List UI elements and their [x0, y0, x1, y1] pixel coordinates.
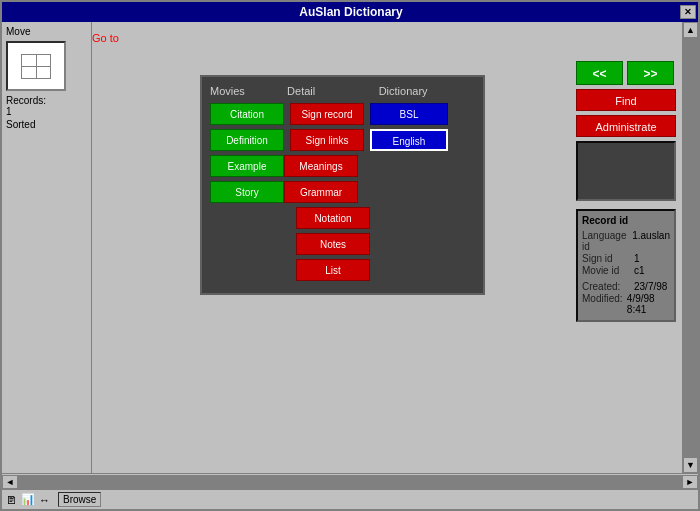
- citation-button[interactable]: Citation: [210, 103, 284, 125]
- story-button[interactable]: Story: [210, 181, 284, 203]
- content-area: Move Records: 1 Sorted Go to Movies: [2, 22, 698, 473]
- browse-mode: Browse: [58, 492, 101, 507]
- nav-inner: [21, 54, 51, 79]
- record-field-modified: Modified: 4/9/98 8:41: [582, 293, 670, 315]
- vertical-scrollbar[interactable]: ▲ ▼: [682, 22, 698, 473]
- left-panel: Move Records: 1 Sorted: [2, 22, 92, 473]
- preview-box: [576, 141, 676, 201]
- dictionary-table: Movies Detail Dictionary Citation Sign r…: [200, 75, 485, 295]
- hscroll-track[interactable]: [18, 475, 682, 489]
- notes-button[interactable]: Notes: [296, 233, 370, 255]
- record-field-sign: Sign id 1: [582, 253, 670, 264]
- movie-label: Movie id: [582, 265, 634, 276]
- bsl-button[interactable]: BSL: [370, 103, 448, 125]
- button-row-4: Story Grammar: [210, 181, 475, 203]
- status-icon-2: 📊: [21, 493, 35, 506]
- created-label: Created:: [582, 281, 634, 292]
- col-dictionary-header: Dictionary: [379, 85, 475, 97]
- lang-label: Language id: [582, 230, 632, 252]
- sorted-label: Sorted: [6, 119, 87, 130]
- right-panel: << >> Find Administrate Record id Langua…: [572, 57, 682, 473]
- grammar-button[interactable]: Grammar: [284, 181, 358, 203]
- sign-label: Sign id: [582, 253, 634, 264]
- record-field-created: Created: 23/7/98: [582, 281, 670, 292]
- english-button[interactable]: English: [370, 129, 448, 151]
- modified-label: Modified:: [582, 293, 627, 315]
- nav-buttons: << >>: [576, 61, 678, 85]
- lang-value: 1.auslan: [632, 230, 670, 252]
- button-row-3: Example Meanings: [210, 155, 475, 177]
- record-id-box: Record id Language id 1.auslan Sign id 1…: [576, 209, 676, 322]
- scroll-left-button[interactable]: ◄: [2, 475, 18, 489]
- button-row-1: Citation Sign record BSL: [210, 103, 475, 125]
- find-button[interactable]: Find: [576, 89, 676, 111]
- scroll-track[interactable]: [683, 38, 698, 457]
- button-row-7: List: [210, 259, 475, 281]
- definition-button[interactable]: Definition: [210, 129, 284, 151]
- button-row-5: Notation: [210, 207, 475, 229]
- prev-button[interactable]: <<: [576, 61, 623, 85]
- modified-value: 4/9/98 8:41: [627, 293, 670, 315]
- col-detail-header: Detail: [287, 85, 379, 97]
- nav-cross-v: [36, 55, 37, 78]
- goto-label: Go to: [92, 32, 119, 44]
- status-icon-3: ↔: [39, 494, 50, 506]
- record-field-movie: Movie id c1: [582, 265, 670, 276]
- horizontal-scrollbar[interactable]: ◄ ►: [2, 473, 698, 489]
- scroll-up-button[interactable]: ▲: [683, 22, 698, 38]
- status-bar: 🖹 📊 ↔ Browse: [2, 489, 698, 509]
- scroll-down-button[interactable]: ▼: [683, 457, 698, 473]
- records-label: Records: 1: [6, 95, 87, 117]
- navigator-box[interactable]: [6, 41, 66, 91]
- move-label: Move: [6, 26, 87, 37]
- sign-value: 1: [634, 253, 640, 264]
- admin-button[interactable]: Administrate: [576, 115, 676, 137]
- window-title: AuSlan Dictionary: [22, 5, 680, 19]
- created-value: 23/7/98: [634, 281, 667, 292]
- button-row-2: Definition Sign links English: [210, 129, 475, 151]
- status-icon-1: 🖹: [6, 494, 17, 506]
- record-id-title: Record id: [582, 215, 670, 226]
- next-button[interactable]: >>: [627, 61, 674, 85]
- col-movies-header: Movies: [210, 85, 287, 97]
- main-panel: Go to Movies Detail Dictionary Citation …: [92, 22, 572, 473]
- movie-value: c1: [634, 265, 645, 276]
- main-window: AuSlan Dictionary ✕ Move Records: 1 Sort…: [0, 0, 700, 511]
- notation-button[interactable]: Notation: [296, 207, 370, 229]
- list-button[interactable]: List: [296, 259, 370, 281]
- button-row-6: Notes: [210, 233, 475, 255]
- meanings-button[interactable]: Meanings: [284, 155, 358, 177]
- sign-record-button[interactable]: Sign record: [290, 103, 364, 125]
- column-headers: Movies Detail Dictionary: [210, 85, 475, 97]
- record-field-lang: Language id 1.auslan: [582, 230, 670, 252]
- example-button[interactable]: Example: [210, 155, 284, 177]
- scroll-right-button[interactable]: ►: [682, 475, 698, 489]
- bottom-area: ◄ ► 🖹 📊 ↔ Browse: [2, 473, 698, 509]
- sign-links-button[interactable]: Sign links: [290, 129, 364, 151]
- close-button[interactable]: ✕: [680, 5, 696, 19]
- title-bar: AuSlan Dictionary ✕: [2, 2, 698, 22]
